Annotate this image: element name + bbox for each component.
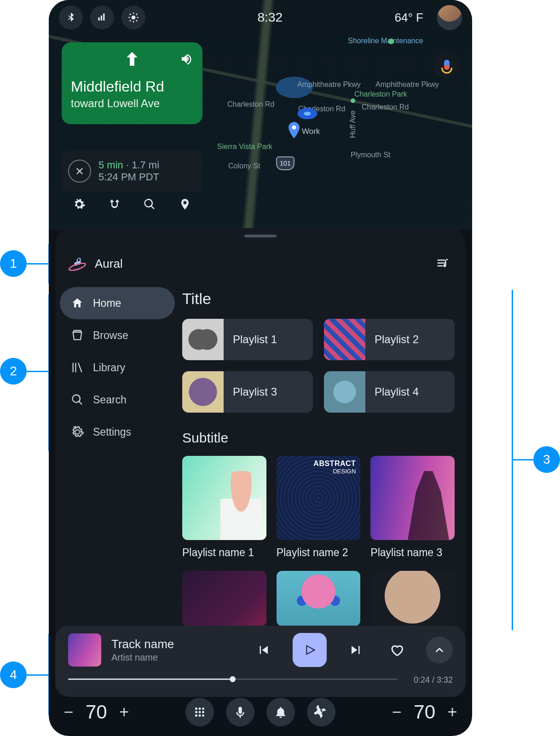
playlist-tile[interactable]: Playlist name 2 xyxy=(277,456,361,559)
callout-lead xyxy=(27,263,50,264)
work-pin-label: Work xyxy=(302,127,320,136)
map-street-label: Colony St xyxy=(228,162,260,170)
playlist-cover xyxy=(370,456,455,540)
nav-routes-icon[interactable] xyxy=(108,198,121,213)
playlist-tile-partial[interactable] xyxy=(182,571,266,626)
playlist-tile[interactable]: Playlist name 1 xyxy=(182,456,266,559)
mic-button[interactable] xyxy=(226,698,254,726)
sidebar-item-label: Settings xyxy=(93,426,131,438)
arrow-up-icon xyxy=(95,50,169,70)
svg-line-9 xyxy=(136,14,137,15)
brightness-icon[interactable] xyxy=(121,6,145,29)
playlist-label: Playlist 2 xyxy=(365,333,419,346)
map-poi-label: Sierra Vista Park xyxy=(217,143,259,151)
progress-time: 0:24 / 3:32 xyxy=(414,675,453,685)
content-area: Title Playlist 1 Playlist 2 Playlist 3 P… xyxy=(182,287,455,646)
eta-arrival: 5:24 PM PDT xyxy=(98,171,159,183)
sidebar-item-settings[interactable]: Settings xyxy=(60,416,175,448)
nav-settings-icon[interactable] xyxy=(73,198,86,213)
svg-point-15 xyxy=(202,711,204,713)
temp-down-button[interactable]: − xyxy=(390,702,404,722)
playlist-card[interactable]: Playlist 4 xyxy=(324,371,455,413)
apps-button[interactable] xyxy=(185,698,214,726)
media-panel: Aural Home Browse Library Sea xyxy=(55,228,466,646)
library-icon xyxy=(71,361,84,374)
callout-badge-1: 1 xyxy=(0,250,27,277)
sidebar-item-search[interactable]: Search xyxy=(60,384,175,416)
temp-up-button[interactable]: + xyxy=(445,702,459,722)
temp-value: 70 xyxy=(414,701,435,723)
favorite-button[interactable] xyxy=(386,639,408,661)
app-name: Aural xyxy=(95,257,123,271)
playlist-tile-partial[interactable] xyxy=(370,571,455,626)
nav-toward: toward Lowell Ave xyxy=(71,97,193,110)
climate-left: − 70 + xyxy=(62,701,131,723)
queue-button[interactable] xyxy=(433,254,452,273)
callout-lead xyxy=(27,371,50,372)
now-playing-art[interactable] xyxy=(68,633,101,667)
playlist-tile[interactable]: Playlist name 3 xyxy=(370,456,455,559)
svg-point-16 xyxy=(195,714,197,717)
playlist-cover xyxy=(277,456,361,540)
map-street-label: Amphitheatre Pkwy xyxy=(375,80,439,89)
temp-down-button[interactable]: − xyxy=(62,702,75,722)
work-pin-icon[interactable] xyxy=(288,122,300,138)
prev-button[interactable] xyxy=(252,639,274,661)
progress-bar[interactable] xyxy=(68,678,398,680)
playlist-label: Playlist 4 xyxy=(365,385,419,398)
fan-button[interactable] xyxy=(307,698,335,726)
svg-line-8 xyxy=(130,20,131,21)
app-bar: Aural xyxy=(55,246,466,282)
sidebar-item-home[interactable]: Home xyxy=(60,287,175,319)
hwy-shield: 101 xyxy=(276,156,294,170)
playlist-card[interactable]: Playlist 1 xyxy=(182,319,313,360)
callout-lead xyxy=(512,459,535,460)
signal-icon[interactable] xyxy=(90,6,114,29)
nav-pin-icon[interactable] xyxy=(179,198,191,213)
bluetooth-icon[interactable] xyxy=(59,6,83,29)
poi-dot xyxy=(351,98,355,103)
playlist-card[interactable]: Playlist 2 xyxy=(324,319,455,360)
nav-search-icon[interactable] xyxy=(143,198,156,213)
home-icon xyxy=(71,297,84,310)
svg-point-14 xyxy=(199,711,201,713)
track-artist: Artist name xyxy=(111,652,174,663)
volume-icon[interactable] xyxy=(179,52,193,68)
profile-avatar[interactable] xyxy=(437,5,462,30)
climate-right: − 70 + xyxy=(390,701,459,723)
eta-line1: 5 min · 1.7 mi xyxy=(98,159,159,171)
playlist-label: Playlist 1 xyxy=(224,333,277,346)
map-street-label: Huff Ave xyxy=(349,110,357,138)
nav-street-name: Middlefield Rd xyxy=(71,78,193,95)
playlist-art xyxy=(324,371,365,413)
temp-up-button[interactable]: + xyxy=(117,702,131,722)
svg-point-11 xyxy=(199,707,201,710)
playlist-caption: Playlist name 3 xyxy=(370,546,455,559)
callout-badge-2: 2 xyxy=(0,358,27,385)
playlist-art xyxy=(324,319,365,360)
notifications-button[interactable] xyxy=(266,698,295,726)
drag-handle[interactable] xyxy=(244,235,277,237)
mini-player: Track name Artist name 0:24 / 3:32 xyxy=(55,626,466,697)
playlist-art xyxy=(182,319,224,360)
next-button[interactable] xyxy=(345,639,367,661)
map-poi-label: Shoreline Maintenance xyxy=(348,37,423,45)
playlist-card[interactable]: Playlist 3 xyxy=(182,371,313,413)
progress-fill xyxy=(68,678,230,680)
sidebar-item-library[interactable]: Library xyxy=(60,351,175,384)
close-nav-button[interactable] xyxy=(68,160,91,183)
expand-player-button[interactable] xyxy=(426,637,453,663)
svg-point-17 xyxy=(199,714,201,717)
temp-value: 70 xyxy=(86,701,107,723)
weather-temp: 64° F xyxy=(395,11,423,25)
play-button[interactable] xyxy=(293,633,327,667)
nav-tools xyxy=(62,193,202,217)
sidebar-item-label: Home xyxy=(93,297,121,310)
map-street-label: Amphitheatre Pkwy xyxy=(297,80,361,89)
voice-assistant-button[interactable] xyxy=(433,52,460,78)
nav-direction-card[interactable]: Middlefield Rd toward Lowell Ave xyxy=(62,42,202,124)
progress-thumb[interactable] xyxy=(230,676,236,682)
playlist-tile-partial[interactable] xyxy=(277,571,361,626)
nav-eta-chip[interactable]: 5 min · 1.7 mi 5:24 PM PDT xyxy=(62,151,202,191)
sidebar-item-browse[interactable]: Browse xyxy=(60,319,175,351)
